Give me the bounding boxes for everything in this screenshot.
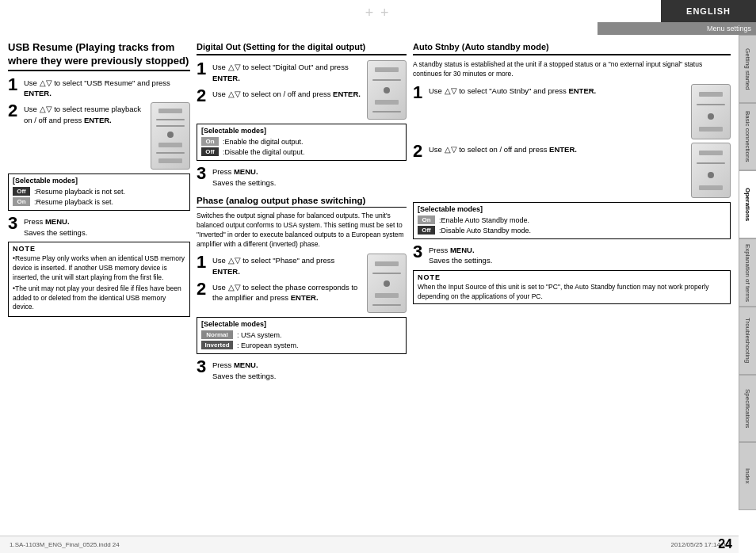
device-image-auto2: [691, 143, 731, 198]
digital-mode-on-badge: On: [201, 137, 219, 146]
auto-step3-num: 3: [413, 243, 426, 261]
device-image-usb: [151, 102, 190, 170]
phase-modes-title: [Selectable modes]: [201, 320, 402, 328]
tab-specifications[interactable]: Specifications: [739, 375, 756, 443]
auto-standby-title: Auto Stnby (Auto standby mode): [413, 41, 731, 55]
usb-step3-text: Press MENU. Saves the settings.: [24, 215, 87, 238]
usb-step1-num: 1: [8, 76, 21, 93]
usb-step2-text: Use △▽ to select resume playback on / of…: [24, 102, 147, 125]
usb-note-box: NOTE •Resume Play only works when an ide…: [8, 242, 190, 317]
tab-explanation[interactable]: Explanation of terms: [739, 238, 756, 307]
phase-mode-inverted-badge: Inverted: [201, 341, 233, 349]
phase-desc: Switches the output signal phase for bal…: [197, 212, 407, 250]
tab-basic-connections[interactable]: Basic connections: [739, 103, 756, 171]
digital-step1-num: 1: [197, 60, 209, 78]
col-auto-standby: Auto Stnby (Auto standby mode) A standby…: [413, 41, 731, 553]
phase-step2: 2 Use △▽ to select the phase corresponds…: [197, 280, 364, 303]
device-image-digital: [367, 60, 407, 120]
phase-step2-num: 2: [197, 280, 209, 298]
auto-step2-content: 2 Use △▽ to select on / off and press EN…: [413, 143, 688, 164]
usb-mode-off: Off :Resume playback is not set.: [13, 187, 185, 196]
auto-modes-box: [Selectable modes] On :Enable Auto Stand…: [413, 202, 731, 239]
usb-mode-on-text: :Resume playback is set.: [34, 198, 113, 206]
tab-getting-started[interactable]: Getting started: [739, 35, 756, 103]
phase-mode-normal-text: : USA system.: [237, 331, 282, 339]
auto-step3-text: Press MENU. Saves the settings.: [429, 243, 492, 266]
auto-mode-off: Off :Disable Auto Standby mode.: [418, 226, 726, 235]
auto-mode-off-text: :Disable Auto Standby mode.: [439, 227, 531, 235]
usb-modes-title: [Selectable modes]: [13, 177, 185, 185]
auto-mode-on-text: :Enable Auto Standby mode.: [439, 216, 529, 224]
usb-step3: 3 Press MENU. Saves the settings.: [8, 215, 190, 238]
crosshair-right: +: [380, 5, 389, 21]
digital-step2-text: Use △▽ to select on / off and press ENTE…: [212, 87, 361, 99]
auto-step3: 3 Press MENU. Saves the settings.: [413, 243, 731, 266]
usb-step2-content: 2 Use △▽ to select resume playback on / …: [8, 102, 147, 129]
usb-step1: 1 Use △▽ to select "USB Resume" and pres…: [8, 76, 190, 99]
digital-mode-off-badge: Off: [201, 147, 219, 156]
usb-mode-off-badge: Off: [13, 187, 30, 196]
digital-step3: 3 Press MENU. Saves the settings.: [197, 165, 407, 188]
auto-step2-text: Use △▽ to select on / off and press ENTE…: [429, 143, 577, 154]
phase-step3-text: Press MENU. Saves the settings.: [212, 358, 276, 381]
usb-step2: 2 Use △▽ to select resume playback on / …: [8, 102, 147, 125]
phase-step2-text: Use △▽ to select the phase corresponds t…: [212, 280, 364, 303]
digital-step1-with-img: 1 Use △▽ to select "Digital Out" and pre…: [197, 60, 407, 120]
tab-operations[interactable]: Operations: [739, 170, 756, 238]
auto-step1-num: 1: [413, 84, 426, 101]
usb-note-item1: •Resume Play only works when an identica…: [13, 254, 185, 283]
phase-steps-content: 1 Use △▽ to select "Phase" and press ENT…: [197, 254, 364, 307]
digital-mode-off: Off :Disable the digital output.: [201, 147, 402, 156]
phase-title: Phase (analog output phase switching): [197, 196, 407, 208]
auto-note-title: NOTE: [418, 273, 726, 281]
usb-mode-on: On :Resume playback is set.: [13, 197, 185, 206]
usb-step1-text: Use △▽ to select "USB Resume" and press …: [24, 76, 190, 99]
auto-mode-off-badge: Off: [418, 226, 435, 235]
usb-mode-on-badge: On: [13, 197, 30, 206]
phase-modes-box: [Selectable modes] Normal : USA system. …: [197, 317, 407, 354]
phase-mode-normal: Normal : USA system.: [201, 330, 402, 339]
phase-step1: 1 Use △▽ to select "Phase" and press ENT…: [197, 254, 364, 276]
col-usb-resume: USB Resume (Playing tracks from where th…: [8, 41, 190, 553]
digital-step2-num: 2: [197, 87, 209, 105]
phase-step1-num: 1: [197, 254, 209, 271]
usb-step2-with-img: 2 Use △▽ to select resume playback on / …: [8, 102, 190, 170]
page-number: 24: [718, 537, 732, 551]
auto-step1-content: 1 Use △▽ to select "Auto Stnby" and pres…: [413, 84, 688, 105]
auto-step2-num: 2: [413, 143, 426, 160]
tab-index[interactable]: Index: [739, 442, 756, 510]
auto-step1: 1 Use △▽ to select "Auto Stnby" and pres…: [413, 84, 688, 101]
digital-step3-num: 3: [197, 165, 209, 182]
usb-resume-title: USB Resume (Playing tracks from where th…: [8, 41, 190, 71]
bottom-bar: 1.SA-1103M_ENG_Final_0525.indd 24 2012/0…: [0, 536, 739, 553]
auto-step1-text: Use △▽ to select "Auto Stnby" and press …: [429, 84, 596, 96]
usb-note-item2: •The unit may not play your desired file…: [13, 284, 185, 313]
digital-step1-text: Use △▽ to select "Digital Out" and press…: [212, 60, 364, 83]
phase-step3: 3 Press MENU. Saves the settings.: [197, 358, 407, 381]
auto-mode-on: On :Enable Auto Standby mode.: [418, 215, 726, 224]
auto-mode-on-badge: On: [418, 215, 435, 224]
digital-step1-content: 1 Use △▽ to select "Digital Out" and pre…: [197, 60, 364, 109]
phase-mode-inverted: Inverted : European system.: [201, 341, 402, 349]
auto-step2: 2 Use △▽ to select on / off and press EN…: [413, 143, 688, 160]
digital-modes-title: [Selectable modes]: [201, 127, 402, 135]
auto-step2-with-img: 2 Use △▽ to select on / off and press EN…: [413, 143, 731, 198]
phase-mode-inverted-text: : European system.: [237, 341, 299, 349]
usb-modes-box: [Selectable modes] Off :Resume playback …: [8, 174, 190, 211]
digital-mode-off-text: :Disable the digital output.: [223, 148, 305, 156]
device-image-auto1: [691, 84, 731, 139]
phase-step3-num: 3: [197, 358, 209, 376]
auto-modes-title: [Selectable modes]: [418, 205, 726, 213]
usb-mode-off-text: :Resume playback is not set.: [34, 188, 125, 196]
auto-standby-intro: A standby status is established at the u…: [413, 60, 731, 79]
digital-step2: 2 Use △▽ to select on / off and press EN…: [197, 87, 364, 105]
tab-troubleshooting[interactable]: Troubleshooting: [739, 307, 756, 375]
main-content: + + USB Resume (Playing tracks from wher…: [0, 0, 739, 536]
footer-left: 1.SA-1103M_ENG_Final_0525.indd 24: [10, 541, 120, 548]
digital-mode-on-text: :Enable the digital output.: [223, 138, 304, 146]
digital-step1: 1 Use △▽ to select "Digital Out" and pre…: [197, 60, 364, 83]
usb-step2-num: 2: [8, 102, 21, 120]
auto-note-box: NOTE When the Input Source of this unit …: [413, 270, 731, 305]
phase-steps-with-img: 1 Use △▽ to select "Phase" and press ENT…: [197, 254, 407, 313]
auto-note-text: When the Input Source of this unit is se…: [418, 283, 726, 302]
